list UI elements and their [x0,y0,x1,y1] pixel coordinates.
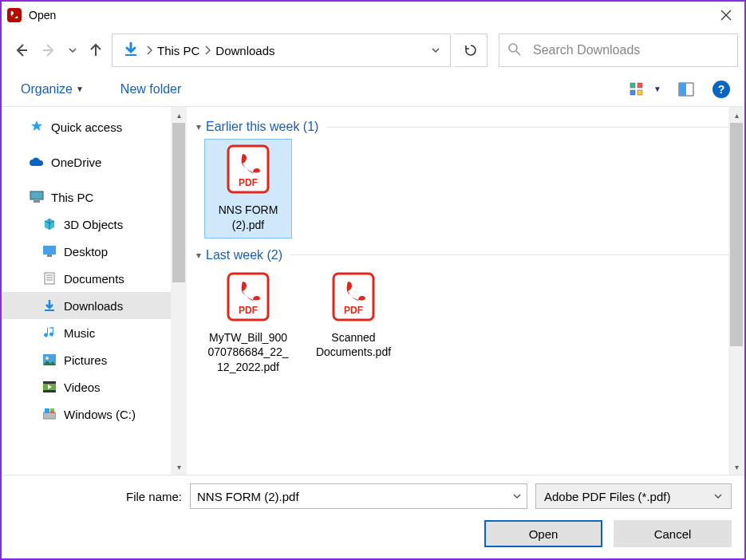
view-options-button[interactable] [628,81,645,98]
scroll-up-icon[interactable]: ▴ [177,107,181,123]
forward-button[interactable] [37,37,62,63]
footer: File name: Adobe PDF Files (*.pdf) Open … [2,475,744,558]
refresh-button[interactable] [454,34,487,67]
chevron-down-icon [713,491,723,501]
svg-rect-8 [30,191,43,199]
sidebar-label: Downloads [64,299,123,313]
toolbar: Organize ▼ New folder ▼ ? [2,72,744,107]
back-button[interactable] [8,37,34,63]
cube-icon [41,216,57,232]
svg-text:PDF: PDF [239,305,258,316]
file-name: Scanned Documents.pdf [313,330,394,361]
svg-rect-0 [7,8,22,22]
recent-locations-dropdown[interactable] [65,46,80,54]
titlebar: Open [2,2,744,29]
pdf-icon: PDF [227,272,270,325]
file-item[interactable]: PDF MyTW_Bill_900070786684_22_12_2022.pd… [204,267,292,381]
sidebar-label: Pictures [64,353,107,367]
svg-rect-11 [47,254,52,257]
scroll-up-icon[interactable]: ▴ [735,107,739,123]
sidebar-item-pictures[interactable]: Pictures [2,346,187,373]
svg-rect-7 [679,83,686,96]
documents-icon [41,270,57,286]
sidebar-scrollbar[interactable]: ▴ ▾ [171,107,187,475]
content-scrollbar[interactable]: ▴ ▾ [728,107,744,475]
svg-rect-21 [50,411,54,413]
organize-button[interactable]: Organize ▼ [16,79,89,100]
scroll-thumb[interactable] [730,123,743,346]
chevron-right-icon[interactable] [144,44,154,57]
address-dropdown[interactable] [424,45,447,55]
sidebar-item-documents[interactable]: Documents [2,265,187,292]
organize-label: Organize [21,82,73,97]
svg-rect-20 [50,408,54,411]
sidebar-item-music[interactable]: Music [2,319,187,346]
sidebar-item-videos[interactable]: Videos [2,373,187,400]
open-button[interactable]: Open [484,520,602,547]
sidebar-item-this-pc[interactable]: This PC [2,183,187,211]
filename-field[interactable] [195,489,507,504]
svg-point-14 [45,357,49,360]
new-folder-button[interactable]: New folder [116,79,186,100]
filename-input[interactable] [190,483,527,509]
cancel-button[interactable]: Cancel [614,520,732,547]
pc-icon [29,189,45,205]
sidebar-item-windows-c[interactable]: Windows (C:) [2,400,187,428]
breadcrumb-downloads[interactable]: Downloads [212,44,278,57]
music-icon [41,325,57,341]
chevron-down-icon: ▾ [196,121,201,132]
scroll-thumb[interactable] [172,123,185,282]
up-button[interactable] [83,37,109,63]
svg-rect-19 [45,408,49,413]
sidebar: Quick access OneDrive This PC 3D [2,107,187,475]
chevron-right-icon[interactable] [203,44,212,57]
sidebar-label: Documents [64,272,124,286]
scroll-down-icon[interactable]: ▾ [735,459,739,475]
scroll-down-icon[interactable]: ▾ [177,459,181,475]
file-name: MyTW_Bill_900070786684_22_12_2022.pdf [207,330,289,376]
preview-pane-button[interactable] [677,81,695,98]
group-earlier-this-week[interactable]: ▾ Earlier this week (1) [196,120,730,134]
file-item[interactable]: PDF NNS FORM (2).pdf [204,139,292,239]
svg-rect-18 [43,412,56,419]
svg-rect-3 [637,83,642,88]
filetype-label: Adobe PDF Files (*.pdf) [544,490,670,503]
file-item[interactable]: PDF Scanned Documents.pdf [310,267,397,381]
nav-row: This PC Downloads Search Downloads [2,29,744,72]
sidebar-item-desktop[interactable]: Desktop [2,238,187,265]
app-icon [6,7,22,23]
view-dropdown[interactable]: ▼ [653,85,661,93]
file-name: NNS FORM (2).pdf [208,203,288,233]
svg-rect-2 [630,83,635,88]
search-input[interactable]: Search Downloads [499,34,738,67]
downloads-icon [41,298,57,314]
svg-rect-5 [637,90,642,95]
svg-text:PDF: PDF [239,177,258,188]
svg-rect-16 [43,381,56,384]
filename-dropdown[interactable] [507,490,522,503]
filetype-select[interactable]: Adobe PDF Files (*.pdf) [535,483,732,509]
sidebar-item-onedrive[interactable]: OneDrive [2,148,187,175]
svg-rect-12 [45,273,54,284]
group-last-week[interactable]: ▾ Last week (2) [196,248,730,262]
sidebar-label: Music [64,326,95,340]
downloads-folder-icon [122,41,140,61]
caret-down-icon: ▼ [76,85,84,93]
open-dialog: Open This PC [0,0,746,560]
sidebar-label: 3D Objects [64,218,123,231]
sidebar-item-quick-access[interactable]: Quick access [2,113,187,140]
sidebar-label: Videos [64,381,101,394]
window-title: Open [29,9,56,22]
svg-rect-4 [630,90,635,95]
pdf-icon: PDF [227,144,270,198]
sidebar-item-3d-objects[interactable]: 3D Objects [2,211,187,238]
sidebar-item-downloads[interactable]: Downloads [2,292,187,319]
drive-icon [41,406,57,422]
breadcrumb-this-pc[interactable]: This PC [154,44,203,57]
search-placeholder: Search Downloads [533,43,640,57]
close-button[interactable] [708,2,744,29]
cloud-icon [29,154,45,170]
address-bar[interactable]: This PC Downloads [112,34,451,67]
cancel-label: Cancel [654,527,692,541]
help-button[interactable]: ? [712,81,730,98]
